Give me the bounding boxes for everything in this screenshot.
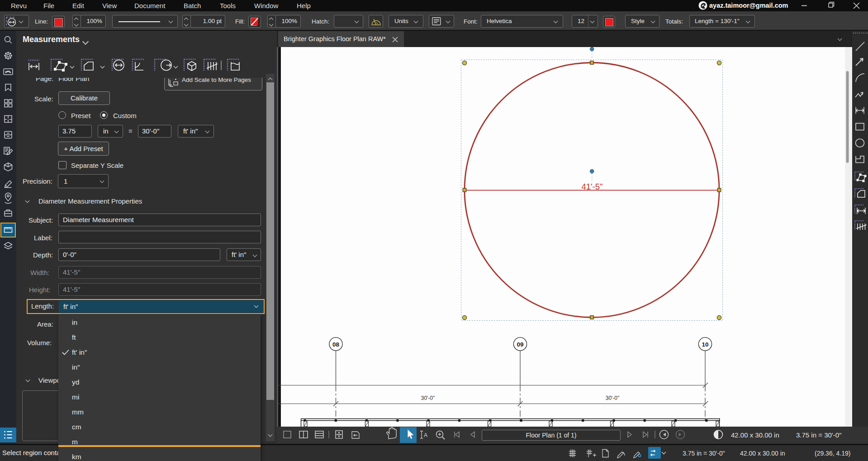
svg-text:A: A [424, 432, 427, 438]
